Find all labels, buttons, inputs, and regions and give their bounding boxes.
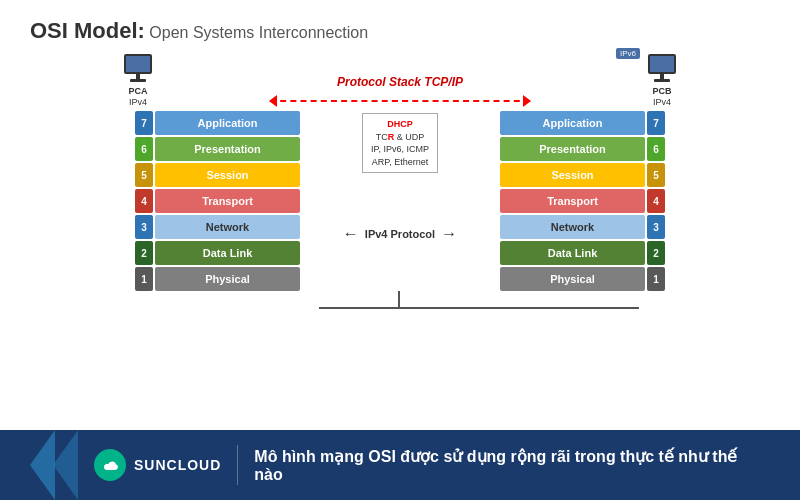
dhcp-line1: DHCP: [387, 119, 413, 129]
layer-num-7-right: 7: [647, 111, 665, 135]
layer-num-3-right: 3: [647, 215, 665, 239]
suncloud-logo: SUNCLOUD: [94, 449, 221, 481]
layer-row-3-left: 3 Network: [135, 215, 300, 239]
bottom-connectors: [230, 291, 570, 309]
layer-box-application-left: Application: [155, 111, 300, 135]
layer-num-5-left: 5: [135, 163, 153, 187]
layer-num-2-left: 2: [135, 241, 153, 265]
pcb-ipv4: IPv4: [653, 97, 671, 107]
layer-num-3-left: 3: [135, 215, 153, 239]
pca-block: PCA IPv4: [120, 54, 156, 107]
center-protocol: Protocol Stack TCP/IP: [166, 75, 634, 107]
layer-row-1-left: 1 Physical: [135, 267, 300, 291]
layer-box-physical-left: Physical: [155, 267, 300, 291]
dhcp-line4: ARP, Ethernet: [372, 157, 428, 167]
layer-num-1-left: 1: [135, 267, 153, 291]
layer-box-physical-right: Physical: [500, 267, 645, 291]
layer-box-datalink-right: Data Link: [500, 241, 645, 265]
layer-num-5-right: 5: [647, 163, 665, 187]
dhcp-line2: TCR & UDP: [376, 132, 425, 142]
middle-section: DHCP TCR & UDP IP, IPv6, ICMP ARP, Ether…: [300, 111, 500, 243]
ipv4-protocol-label: IPv4 Protocol: [365, 228, 435, 240]
layer-box-presentation-right: Presentation: [500, 137, 645, 161]
dashed-arrow: [270, 93, 530, 107]
layer-row-2-left: 2 Data Link: [135, 241, 300, 265]
arrow-left: ←: [343, 225, 359, 243]
layer-box-transport-left: Transport: [155, 189, 300, 213]
title-sub: Open Systems Interconnection: [149, 24, 368, 41]
layer-box-transport-right: Transport: [500, 189, 645, 213]
layer-num-6-left: 6: [135, 137, 153, 161]
layer-box-network-right: Network: [500, 215, 645, 239]
layer-row-6-right: 6 Presentation: [500, 137, 665, 161]
protocol-label: Protocol Stack TCP/IP: [337, 75, 463, 89]
bottom-divider: [237, 445, 238, 485]
pca-ipv4: IPv4: [129, 97, 147, 107]
main-container: OSI Model: Open Systems Interconnection …: [0, 0, 800, 500]
layer-row-4-left: 4 Transport: [135, 189, 300, 213]
title-bar: OSI Model: Open Systems Interconnection: [30, 18, 770, 44]
layer-row-4-right: 4 Transport: [500, 189, 665, 213]
layer-row-7-left: 7 Application: [135, 111, 300, 135]
ipv4-protocol-row: ← IPv4 Protocol →: [343, 225, 457, 243]
layer-row-6-left: 6 Presentation: [135, 137, 300, 161]
layer-num-2-right: 2: [647, 241, 665, 265]
layer-box-presentation-left: Presentation: [155, 137, 300, 161]
chevron-decoration-1: [30, 430, 55, 500]
layer-row-1-right: 1 Physical: [500, 267, 665, 291]
layer-box-session-right: Session: [500, 163, 645, 187]
layer-row-3-right: 3 Network: [500, 215, 665, 239]
logo-text: SUNCLOUD: [134, 457, 221, 473]
pca-computer-icon: [120, 54, 156, 84]
bottom-caption: Mô hình mạng OSI được sử dụng rộng rãi t…: [254, 447, 770, 484]
diagram: PCA IPv4 Protocol Stack TCP/IP IPv6: [30, 54, 770, 309]
right-osi-column: 7 Application 6 Presentation 5 Session 4…: [500, 111, 665, 291]
layer-num-1-right: 1: [647, 267, 665, 291]
title-osi: OSI Model:: [30, 18, 145, 43]
layer-row-7-right: 7 Application: [500, 111, 665, 135]
chevron-decoration-2: [53, 430, 78, 500]
layer-num-4-right: 4: [647, 189, 665, 213]
layer-box-datalink-left: Data Link: [155, 241, 300, 265]
pca-label: PCA: [128, 86, 147, 96]
layer-num-4-left: 4: [135, 189, 153, 213]
layer-box-network-left: Network: [155, 215, 300, 239]
layer-box-session-left: Session: [155, 163, 300, 187]
bottom-bar: SUNCLOUD Mô hình mạng OSI được sử dụng r…: [0, 430, 800, 500]
pcb-block: IPv6 PCB IPv4: [644, 54, 680, 107]
dhcp-line3: IP, IPv6, ICMP: [371, 144, 429, 154]
columns-row: 7 Application 6 Presentation 5 Session 4…: [30, 111, 770, 291]
pcb-label: PCB: [652, 86, 671, 96]
dhcp-box: DHCP TCR & UDP IP, IPv6, ICMP ARP, Ether…: [362, 113, 438, 173]
layer-num-7-left: 7: [135, 111, 153, 135]
cloud-icon: [100, 457, 120, 473]
logo-circle: [94, 449, 126, 481]
ipv6-badge: IPv6: [616, 48, 640, 59]
content-area: OSI Model: Open Systems Interconnection …: [0, 0, 800, 430]
layer-num-6-right: 6: [647, 137, 665, 161]
layer-row-5-right: 5 Session: [500, 163, 665, 187]
layer-row-2-right: 2 Data Link: [500, 241, 665, 265]
layer-box-application-right: Application: [500, 111, 645, 135]
left-osi-column: 7 Application 6 Presentation 5 Session 4…: [135, 111, 300, 291]
layer-row-5-left: 5 Session: [135, 163, 300, 187]
pcb-computer-icon: [644, 54, 680, 84]
arrow-right: →: [441, 225, 457, 243]
